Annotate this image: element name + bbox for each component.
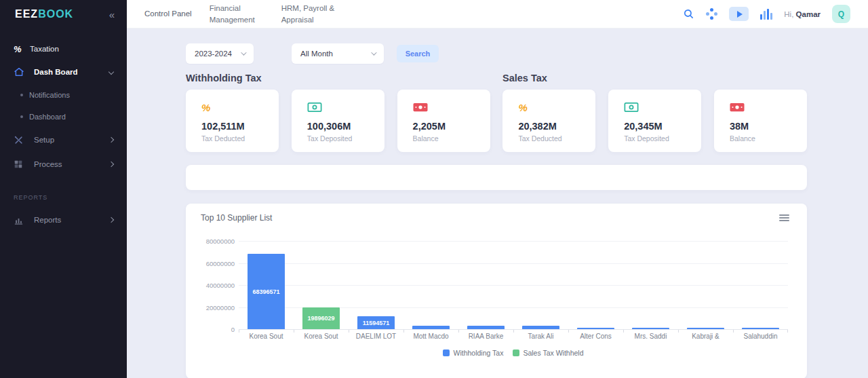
chevron-down-icon <box>241 50 246 55</box>
sidebar-item-process[interactable]: Process <box>0 152 127 176</box>
user-greeting: Hi, Qamar <box>784 10 821 18</box>
top-nav: Control Panel Financial Management HRM, … <box>144 3 340 24</box>
stat-value: 2,205M <box>413 121 490 132</box>
sidebar-item-setup[interactable]: Setup <box>0 128 127 152</box>
month-select[interactable]: All Month <box>292 43 384 64</box>
sidebar-item-label: Taxation <box>30 45 59 53</box>
sidebar-item-label: Notifications <box>29 91 70 99</box>
sidebar-item-label: Setup <box>34 136 54 144</box>
stat-label: Tax Deducted <box>518 134 595 143</box>
banknote-teal-icon <box>307 99 384 115</box>
chart-bar[interactable]: 19896029 <box>302 307 340 329</box>
sidebar-item-label: Reports <box>34 216 61 224</box>
banknote-teal-icon <box>624 99 701 115</box>
chart-icon <box>14 215 30 225</box>
sidebar-item-label: Process <box>34 160 62 168</box>
search-button[interactable]: Search <box>397 45 439 62</box>
sidebar-item-dashboard-parent[interactable]: Dash Board <box>0 60 127 84</box>
year-select[interactable]: 2023-2024 <box>186 43 254 64</box>
sidebar-section-reports: REPORTS <box>0 176 127 208</box>
legend-swatch <box>513 349 519 356</box>
chart-bar[interactable] <box>412 326 450 329</box>
avatar[interactable]: Q <box>832 5 850 23</box>
stat-label: Tax Deducted <box>201 134 279 143</box>
nav-tab-financial-management[interactable]: Financial Management <box>210 3 264 24</box>
app-logo[interactable]: EEZBOOK <box>15 8 73 20</box>
chart-bar[interactable] <box>742 328 779 329</box>
bar-value-label: 11594571 <box>357 320 395 326</box>
sidebar-item-reports[interactable]: Reports <box>0 208 127 232</box>
sidebar-item-taxation[interactable]: % Taxation <box>0 38 127 60</box>
gridline <box>239 263 788 264</box>
x-tick-label: Korea Sout <box>294 333 349 340</box>
bar-value-label: 19896029 <box>302 315 340 322</box>
x-tick-label: DAELIM LOT <box>349 333 403 340</box>
nav-tab-hrm-payroll[interactable]: HRM, Payroll & Appraisal <box>281 3 340 24</box>
x-tick-label: Tarak Ali <box>513 333 568 340</box>
chart-legend: Withholding TaxSales Tax Withheld <box>239 349 788 357</box>
gridline <box>239 241 788 242</box>
section-titles: Withholding Tax Sales Tax <box>186 73 807 86</box>
sidebar-item-notifications[interactable]: Notifications <box>0 84 127 106</box>
year-select-value: 2023-2024 <box>195 50 232 58</box>
x-tick-label: Mrs. Saddi <box>623 333 678 340</box>
chevron-right-icon <box>108 137 114 143</box>
stat-cards-row: % 102,511M Tax Deducted 100,306M Tax Dep… <box>186 90 807 152</box>
stat-value: 102,511M <box>201 121 279 132</box>
chart-bar[interactable] <box>522 326 559 329</box>
sidebar-collapse-icon[interactable]: « <box>109 10 115 20</box>
brand-row: EEZBOOK « <box>0 0 127 29</box>
chart-plot: 683965711989602911594571 <box>239 241 788 330</box>
banknote-red-icon <box>413 99 490 115</box>
chart-bar[interactable] <box>467 326 505 329</box>
tools-icon <box>14 135 30 145</box>
apps-icon[interactable] <box>706 8 717 20</box>
chart-menu-icon[interactable] <box>779 214 789 223</box>
withholding-tax-title: Withholding Tax <box>186 73 262 83</box>
percent-icon: % <box>14 44 30 54</box>
nav-tab-control-panel[interactable]: Control Panel <box>144 8 192 19</box>
sidebar-item-label: Dash Board <box>34 68 78 76</box>
bullet-icon <box>20 94 23 96</box>
x-tick-label: Korea Sout <box>239 333 294 340</box>
y-tick-label: 80000000 <box>186 238 235 245</box>
sales-tax-title: Sales Tax <box>502 73 547 83</box>
stat-label: Tax Deposited <box>307 134 384 143</box>
sidebar-item-dashboard[interactable]: Dashboard <box>0 106 127 128</box>
top-header: Control Panel Financial Management HRM, … <box>127 0 868 29</box>
chart-bar[interactable]: 11594571 <box>357 316 395 329</box>
search-icon[interactable] <box>683 8 694 20</box>
header-actions: Hi, Qamar Q <box>683 5 868 23</box>
stat-value: 100,306M <box>307 121 384 132</box>
filter-row: 2023-2024 All Month Search <box>186 43 807 64</box>
stat-value: 20,382M <box>518 121 595 132</box>
chart-bar[interactable]: 68396571 <box>248 254 285 329</box>
logo-part-secondary: BOOK <box>38 8 73 20</box>
stat-card-wht-balance: 2,205M Balance <box>397 90 490 152</box>
play-icon[interactable] <box>729 7 749 21</box>
percent-icon: % <box>201 99 279 115</box>
stat-card-st-deducted: % 20,382M Tax Deducted <box>502 90 595 152</box>
chart-bar[interactable] <box>577 328 614 329</box>
chart-bar[interactable] <box>687 328 724 329</box>
stat-card-st-balance: 38M Balance <box>714 90 807 152</box>
stat-card-wht-deposited: 100,306M Tax Deposited <box>292 90 384 152</box>
user-name: Qamar <box>796 10 821 18</box>
stat-card-st-deposited: 20,345M Tax Deposited <box>608 90 701 152</box>
y-tick-label: 20000000 <box>186 304 235 311</box>
legend-item[interactable]: Withholding Tax <box>443 349 503 357</box>
supplier-chart-card: Top 10 Supplier List 0200000004000000060… <box>186 204 807 378</box>
stat-value: 38M <box>730 121 807 132</box>
y-tick-label: 40000000 <box>186 282 235 289</box>
bullet-icon <box>20 115 23 118</box>
x-tick-label: Mott Macdo <box>403 333 458 340</box>
legend-item[interactable]: Sales Tax Withheld <box>513 349 583 357</box>
percent-icon: % <box>518 99 595 115</box>
y-tick-label: 60000000 <box>186 260 235 267</box>
month-select-value: All Month <box>300 50 333 58</box>
stat-card-wht-deducted: % 102,511M Tax Deducted <box>186 90 279 152</box>
chevron-down-icon <box>371 50 376 55</box>
bar-chart-icon[interactable] <box>760 9 772 20</box>
stat-label: Balance <box>413 134 490 143</box>
chart-bar[interactable] <box>632 328 669 329</box>
